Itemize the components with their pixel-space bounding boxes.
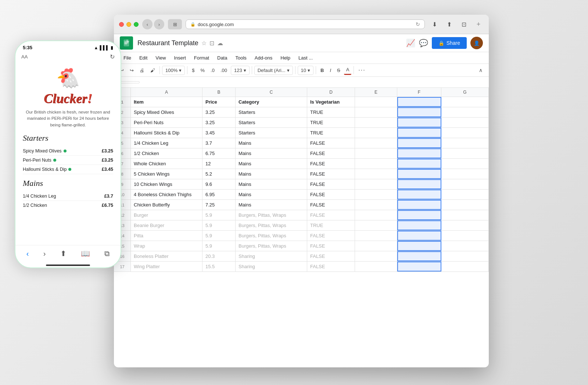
cell-b1[interactable]: Price xyxy=(202,97,236,107)
cell-f7[interactable] xyxy=(397,159,441,169)
cell-d13[interactable]: TRUE xyxy=(307,220,355,230)
cell-b11[interactable]: 7.25 xyxy=(202,200,236,210)
print-button[interactable]: 🖨 xyxy=(137,66,147,75)
paint-format-button[interactable]: 🖌 xyxy=(148,66,157,75)
cell-f8[interactable] xyxy=(397,169,441,179)
cell-e15[interactable] xyxy=(355,241,397,251)
share-button[interactable]: 🔒 Share xyxy=(432,37,467,49)
cell-d6[interactable]: FALSE xyxy=(307,148,355,158)
cell-b5[interactable]: 3.7 xyxy=(202,138,236,148)
cell-a17[interactable]: Wing Platter xyxy=(131,262,202,271)
move-to-folder-icon[interactable]: ⊡ xyxy=(209,40,214,47)
font-size-dropdown[interactable]: 10 ▾ xyxy=(298,66,313,75)
col-header-g[interactable]: G xyxy=(441,88,489,97)
cell-c1[interactable]: Category xyxy=(236,97,307,107)
new-tab-button[interactable]: + xyxy=(473,19,484,29)
cell-g1[interactable] xyxy=(441,97,489,107)
decimal-less-button[interactable]: .0 xyxy=(208,66,217,75)
cell-a5[interactable]: 1/4 Chicken Leg xyxy=(131,138,202,148)
cell-g8[interactable] xyxy=(441,169,489,179)
strikethrough-button[interactable]: S xyxy=(335,66,343,75)
cell-e1[interactable] xyxy=(355,97,397,107)
cell-b9[interactable]: 9.6 xyxy=(202,179,236,189)
cell-d15[interactable]: FALSE xyxy=(307,241,355,251)
cell-b15[interactable]: 5.9 xyxy=(202,241,236,251)
cell-f13[interactable] xyxy=(397,220,441,230)
collapse-toolbar-button[interactable]: ∧ xyxy=(476,66,485,75)
zoom-dropdown[interactable]: 100% ▾ xyxy=(162,66,185,75)
cell-e12[interactable] xyxy=(355,210,397,220)
sheets-doc-title[interactable]: Restaurant Template xyxy=(137,39,198,47)
back-button[interactable]: ‹ xyxy=(142,19,153,29)
col-header-a[interactable]: A xyxy=(131,88,202,97)
cell-f16[interactable] xyxy=(397,251,441,261)
italic-button[interactable]: I xyxy=(327,66,333,75)
cell-a6[interactable]: 1/2 Chicken xyxy=(131,148,202,158)
menu-last[interactable]: Last ... xyxy=(295,54,316,62)
cell-b10[interactable]: 6.95 xyxy=(202,190,236,199)
cell-c2[interactable]: Starters xyxy=(236,107,307,117)
cell-g4[interactable] xyxy=(441,128,489,138)
cell-c8[interactable]: Mains xyxy=(236,169,307,179)
cell-e9[interactable] xyxy=(355,179,397,189)
cell-e11[interactable] xyxy=(355,200,397,210)
font-dropdown[interactable]: Default (Ari... ▾ xyxy=(254,66,293,75)
cell-g13[interactable] xyxy=(441,220,489,230)
cell-a3[interactable]: Peri-Peri Nuts xyxy=(131,118,202,127)
cell-d7[interactable]: FALSE xyxy=(307,159,355,169)
col-header-c[interactable]: C xyxy=(236,88,307,97)
menu-format[interactable]: Format xyxy=(190,54,213,62)
menu-tools[interactable]: Tools xyxy=(232,54,250,62)
cell-c16[interactable]: Sharing xyxy=(236,251,307,261)
cell-e4[interactable] xyxy=(355,128,397,138)
cell-g15[interactable] xyxy=(441,241,489,251)
cell-f2[interactable] xyxy=(397,107,441,117)
number-format-dropdown[interactable]: 123 ▾ xyxy=(231,66,250,75)
cell-d3[interactable]: TRUE xyxy=(307,118,355,127)
cell-a11[interactable]: Chicken Butterfly xyxy=(131,200,202,210)
font-color-button[interactable]: A xyxy=(344,65,352,75)
cell-e3[interactable] xyxy=(355,118,397,127)
duplicate-icon[interactable]: ⊡ xyxy=(458,18,470,30)
cell-g11[interactable] xyxy=(441,200,489,210)
redo-button[interactable]: ↪ xyxy=(128,66,136,75)
cell-g9[interactable] xyxy=(441,179,489,189)
col-header-f[interactable]: F xyxy=(397,88,441,97)
menu-view[interactable]: View xyxy=(152,54,169,62)
cell-b3[interactable]: 3.25 xyxy=(202,118,236,127)
cell-f4[interactable] xyxy=(397,128,441,138)
cell-c3[interactable]: Starters xyxy=(236,118,307,127)
cell-a1[interactable]: Item xyxy=(131,97,202,107)
cell-f6[interactable] xyxy=(397,148,441,158)
menu-data[interactable]: Data xyxy=(214,54,231,62)
cell-a13[interactable]: Beanie Burger xyxy=(131,220,202,230)
cell-e7[interactable] xyxy=(355,159,397,169)
cell-f12[interactable] xyxy=(397,210,441,220)
cell-e17[interactable] xyxy=(355,262,397,271)
cell-f3[interactable] xyxy=(397,118,441,127)
cell-c7[interactable]: Mains xyxy=(236,159,307,169)
dollar-button[interactable]: $ xyxy=(190,66,197,75)
cell-a15[interactable]: Wrap xyxy=(131,241,202,251)
cell-c5[interactable]: Mains xyxy=(236,138,307,148)
close-button[interactable] xyxy=(119,22,124,27)
cell-f11[interactable] xyxy=(397,200,441,210)
col-header-e[interactable]: E xyxy=(355,88,397,97)
cell-e5[interactable] xyxy=(355,138,397,148)
menu-insert[interactable]: Insert xyxy=(170,54,190,62)
cell-f1[interactable] xyxy=(397,97,441,107)
cell-f17[interactable] xyxy=(397,262,441,271)
cell-c6[interactable]: Mains xyxy=(236,148,307,158)
cell-a4[interactable]: Halloumi Sticks & Dip xyxy=(131,128,202,138)
formula-input[interactable] xyxy=(143,81,485,83)
minimize-button[interactable] xyxy=(126,22,131,27)
forward-button[interactable]: › xyxy=(154,19,164,29)
cell-d16[interactable]: FALSE xyxy=(307,251,355,261)
cell-a12[interactable]: Burger xyxy=(131,210,202,220)
cell-g16[interactable] xyxy=(441,251,489,261)
tab-view-button[interactable]: ⊞ xyxy=(168,19,182,29)
cell-c9[interactable]: Mains xyxy=(236,179,307,189)
decimal-more-button[interactable]: .00 xyxy=(218,66,229,75)
cell-g5[interactable] xyxy=(441,138,489,148)
cell-d9[interactable]: FALSE xyxy=(307,179,355,189)
